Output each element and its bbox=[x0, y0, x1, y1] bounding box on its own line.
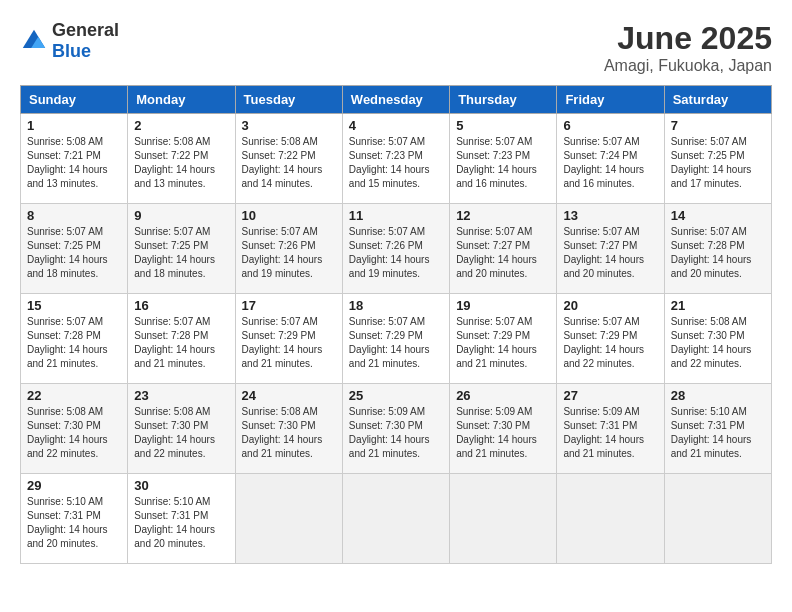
table-row bbox=[664, 474, 771, 564]
page-header: General Blue June 2025 Amagi, Fukuoka, J… bbox=[20, 20, 772, 75]
day-info: Sunrise: 5:07 AM Sunset: 7:24 PM Dayligh… bbox=[563, 135, 657, 191]
day-info: Sunrise: 5:07 AM Sunset: 7:23 PM Dayligh… bbox=[456, 135, 550, 191]
day-number: 8 bbox=[27, 208, 121, 223]
calendar-week-3: 15 Sunrise: 5:07 AM Sunset: 7:28 PM Dayl… bbox=[21, 294, 772, 384]
day-number: 3 bbox=[242, 118, 336, 133]
table-row bbox=[450, 474, 557, 564]
day-number: 1 bbox=[27, 118, 121, 133]
day-info: Sunrise: 5:07 AM Sunset: 7:27 PM Dayligh… bbox=[563, 225, 657, 281]
table-row: 22 Sunrise: 5:08 AM Sunset: 7:30 PM Dayl… bbox=[21, 384, 128, 474]
day-info: Sunrise: 5:08 AM Sunset: 7:30 PM Dayligh… bbox=[242, 405, 336, 461]
day-info: Sunrise: 5:09 AM Sunset: 7:30 PM Dayligh… bbox=[456, 405, 550, 461]
table-row: 10 Sunrise: 5:07 AM Sunset: 7:26 PM Dayl… bbox=[235, 204, 342, 294]
calendar-week-4: 22 Sunrise: 5:08 AM Sunset: 7:30 PM Dayl… bbox=[21, 384, 772, 474]
table-row: 4 Sunrise: 5:07 AM Sunset: 7:23 PM Dayli… bbox=[342, 114, 449, 204]
day-info: Sunrise: 5:07 AM Sunset: 7:25 PM Dayligh… bbox=[671, 135, 765, 191]
calendar-header-row: Sunday Monday Tuesday Wednesday Thursday… bbox=[21, 86, 772, 114]
day-info: Sunrise: 5:07 AM Sunset: 7:29 PM Dayligh… bbox=[242, 315, 336, 371]
month-title: June 2025 bbox=[604, 20, 772, 57]
table-row: 19 Sunrise: 5:07 AM Sunset: 7:29 PM Dayl… bbox=[450, 294, 557, 384]
logo: General Blue bbox=[20, 20, 119, 62]
calendar-week-5: 29 Sunrise: 5:10 AM Sunset: 7:31 PM Dayl… bbox=[21, 474, 772, 564]
day-info: Sunrise: 5:07 AM Sunset: 7:25 PM Dayligh… bbox=[134, 225, 228, 281]
table-row: 9 Sunrise: 5:07 AM Sunset: 7:25 PM Dayli… bbox=[128, 204, 235, 294]
col-saturday: Saturday bbox=[664, 86, 771, 114]
title-block: June 2025 Amagi, Fukuoka, Japan bbox=[604, 20, 772, 75]
day-number: 19 bbox=[456, 298, 550, 313]
day-info: Sunrise: 5:07 AM Sunset: 7:29 PM Dayligh… bbox=[563, 315, 657, 371]
table-row: 5 Sunrise: 5:07 AM Sunset: 7:23 PM Dayli… bbox=[450, 114, 557, 204]
day-number: 30 bbox=[134, 478, 228, 493]
col-wednesday: Wednesday bbox=[342, 86, 449, 114]
logo-general: General bbox=[52, 20, 119, 40]
table-row: 24 Sunrise: 5:08 AM Sunset: 7:30 PM Dayl… bbox=[235, 384, 342, 474]
day-number: 23 bbox=[134, 388, 228, 403]
day-info: Sunrise: 5:08 AM Sunset: 7:30 PM Dayligh… bbox=[671, 315, 765, 371]
day-info: Sunrise: 5:10 AM Sunset: 7:31 PM Dayligh… bbox=[671, 405, 765, 461]
table-row: 23 Sunrise: 5:08 AM Sunset: 7:30 PM Dayl… bbox=[128, 384, 235, 474]
table-row bbox=[557, 474, 664, 564]
table-row: 16 Sunrise: 5:07 AM Sunset: 7:28 PM Dayl… bbox=[128, 294, 235, 384]
logo-icon bbox=[20, 27, 48, 55]
table-row bbox=[235, 474, 342, 564]
table-row: 29 Sunrise: 5:10 AM Sunset: 7:31 PM Dayl… bbox=[21, 474, 128, 564]
day-number: 4 bbox=[349, 118, 443, 133]
day-number: 10 bbox=[242, 208, 336, 223]
col-monday: Monday bbox=[128, 86, 235, 114]
day-number: 6 bbox=[563, 118, 657, 133]
table-row: 2 Sunrise: 5:08 AM Sunset: 7:22 PM Dayli… bbox=[128, 114, 235, 204]
day-number: 29 bbox=[27, 478, 121, 493]
table-row: 1 Sunrise: 5:08 AM Sunset: 7:21 PM Dayli… bbox=[21, 114, 128, 204]
day-info: Sunrise: 5:07 AM Sunset: 7:28 PM Dayligh… bbox=[134, 315, 228, 371]
table-row: 12 Sunrise: 5:07 AM Sunset: 7:27 PM Dayl… bbox=[450, 204, 557, 294]
day-info: Sunrise: 5:08 AM Sunset: 7:22 PM Dayligh… bbox=[242, 135, 336, 191]
table-row: 21 Sunrise: 5:08 AM Sunset: 7:30 PM Dayl… bbox=[664, 294, 771, 384]
day-info: Sunrise: 5:09 AM Sunset: 7:31 PM Dayligh… bbox=[563, 405, 657, 461]
table-row: 11 Sunrise: 5:07 AM Sunset: 7:26 PM Dayl… bbox=[342, 204, 449, 294]
table-row: 17 Sunrise: 5:07 AM Sunset: 7:29 PM Dayl… bbox=[235, 294, 342, 384]
day-info: Sunrise: 5:07 AM Sunset: 7:26 PM Dayligh… bbox=[349, 225, 443, 281]
table-row: 18 Sunrise: 5:07 AM Sunset: 7:29 PM Dayl… bbox=[342, 294, 449, 384]
table-row: 7 Sunrise: 5:07 AM Sunset: 7:25 PM Dayli… bbox=[664, 114, 771, 204]
logo-blue: Blue bbox=[52, 41, 91, 61]
table-row: 25 Sunrise: 5:09 AM Sunset: 7:30 PM Dayl… bbox=[342, 384, 449, 474]
col-sunday: Sunday bbox=[21, 86, 128, 114]
day-info: Sunrise: 5:09 AM Sunset: 7:30 PM Dayligh… bbox=[349, 405, 443, 461]
table-row: 3 Sunrise: 5:08 AM Sunset: 7:22 PM Dayli… bbox=[235, 114, 342, 204]
table-row: 14 Sunrise: 5:07 AM Sunset: 7:28 PM Dayl… bbox=[664, 204, 771, 294]
day-number: 16 bbox=[134, 298, 228, 313]
table-row: 15 Sunrise: 5:07 AM Sunset: 7:28 PM Dayl… bbox=[21, 294, 128, 384]
calendar-week-1: 1 Sunrise: 5:08 AM Sunset: 7:21 PM Dayli… bbox=[21, 114, 772, 204]
day-number: 11 bbox=[349, 208, 443, 223]
day-info: Sunrise: 5:07 AM Sunset: 7:27 PM Dayligh… bbox=[456, 225, 550, 281]
location-title: Amagi, Fukuoka, Japan bbox=[604, 57, 772, 75]
table-row: 13 Sunrise: 5:07 AM Sunset: 7:27 PM Dayl… bbox=[557, 204, 664, 294]
logo-text: General Blue bbox=[52, 20, 119, 62]
day-number: 25 bbox=[349, 388, 443, 403]
day-number: 22 bbox=[27, 388, 121, 403]
table-row: 20 Sunrise: 5:07 AM Sunset: 7:29 PM Dayl… bbox=[557, 294, 664, 384]
calendar-table: Sunday Monday Tuesday Wednesday Thursday… bbox=[20, 85, 772, 564]
day-info: Sunrise: 5:10 AM Sunset: 7:31 PM Dayligh… bbox=[134, 495, 228, 551]
day-info: Sunrise: 5:07 AM Sunset: 7:29 PM Dayligh… bbox=[456, 315, 550, 371]
col-friday: Friday bbox=[557, 86, 664, 114]
day-number: 17 bbox=[242, 298, 336, 313]
day-number: 24 bbox=[242, 388, 336, 403]
day-info: Sunrise: 5:08 AM Sunset: 7:22 PM Dayligh… bbox=[134, 135, 228, 191]
day-number: 18 bbox=[349, 298, 443, 313]
day-number: 26 bbox=[456, 388, 550, 403]
day-info: Sunrise: 5:07 AM Sunset: 7:23 PM Dayligh… bbox=[349, 135, 443, 191]
day-info: Sunrise: 5:08 AM Sunset: 7:21 PM Dayligh… bbox=[27, 135, 121, 191]
day-number: 15 bbox=[27, 298, 121, 313]
day-info: Sunrise: 5:07 AM Sunset: 7:28 PM Dayligh… bbox=[27, 315, 121, 371]
table-row: 30 Sunrise: 5:10 AM Sunset: 7:31 PM Dayl… bbox=[128, 474, 235, 564]
day-number: 2 bbox=[134, 118, 228, 133]
day-number: 14 bbox=[671, 208, 765, 223]
table-row: 6 Sunrise: 5:07 AM Sunset: 7:24 PM Dayli… bbox=[557, 114, 664, 204]
day-info: Sunrise: 5:07 AM Sunset: 7:25 PM Dayligh… bbox=[27, 225, 121, 281]
day-number: 27 bbox=[563, 388, 657, 403]
day-info: Sunrise: 5:08 AM Sunset: 7:30 PM Dayligh… bbox=[27, 405, 121, 461]
day-number: 7 bbox=[671, 118, 765, 133]
table-row: 27 Sunrise: 5:09 AM Sunset: 7:31 PM Dayl… bbox=[557, 384, 664, 474]
day-info: Sunrise: 5:07 AM Sunset: 7:28 PM Dayligh… bbox=[671, 225, 765, 281]
